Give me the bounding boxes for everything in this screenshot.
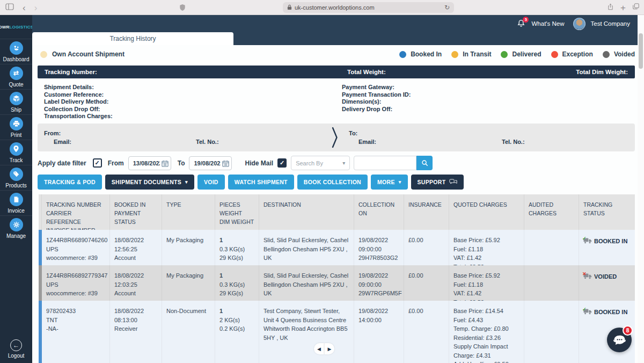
forward-button[interactable]: ›	[34, 3, 38, 12]
truck-x-icon: ✕	[583, 273, 592, 282]
app-header: 5 What's New Test Company	[32, 15, 644, 32]
sidebar-item-invoice[interactable]: Invoice	[0, 190, 32, 215]
search-input[interactable]	[354, 156, 416, 170]
summary-total-weight: Total Weight:	[347, 69, 386, 75]
apply-date-filter-checkbox[interactable]: ✓	[93, 158, 102, 168]
hide-mail-checkbox[interactable]: ✓	[277, 158, 287, 168]
search-button[interactable]	[416, 156, 433, 170]
scrollbar-thumb[interactable]	[639, 33, 643, 69]
status-legend: Booked In In Transit Delivered Exception…	[399, 50, 635, 58]
chat-notification-badge: 8	[623, 325, 633, 336]
sidebar-item-manage[interactable]: Manage	[0, 215, 32, 241]
to-email-label: Email:	[358, 139, 376, 145]
own-account-dot	[40, 51, 47, 58]
table-header-row: TRACKING NUMBERCARRIERREFERENCEINVOICE N…	[39, 194, 635, 230]
more-button[interactable]: MORE▾	[371, 175, 408, 190]
tracking-status: VOIDED	[594, 272, 617, 281]
sidebar-item-print[interactable]: Print	[0, 114, 32, 140]
hide-mail-label: Hide Mail	[245, 159, 273, 167]
action-buttons: TRACKING & POD SHIPMENT DOCUMENTS▾ VOID …	[38, 175, 464, 190]
privacy-shield-icon[interactable]	[179, 4, 186, 13]
watch-shipment-button[interactable]: WATCH SHIPMENT	[228, 175, 294, 190]
lock-icon	[287, 3, 292, 12]
chat-widget-button[interactable]: 8	[607, 328, 632, 352]
shipment-summary-bar: Tracking Number: Total Weight: Total Dim…	[38, 66, 635, 78]
to-tel-label: Tel. No.:	[502, 139, 525, 145]
label-payment-gateway: Payment Gateway:	[342, 84, 411, 91]
shipments-table: TRACKING NUMBERCARRIERREFERENCEINVOICE N…	[39, 194, 635, 363]
legend-row: Own Account Shipment Booked In In Transi…	[32, 48, 644, 60]
main-content: Own Account Shipment Booked In In Transi…	[32, 45, 644, 363]
search-by-placeholder: Search By	[296, 160, 323, 166]
back-button[interactable]: ‹	[23, 3, 26, 12]
browser-toolbar: ‹ › uk-customer.worldoptions.com ↻ +	[0, 0, 644, 15]
truck-check-icon: ✓	[583, 237, 592, 246]
sidebar-item-products[interactable]: Products	[0, 165, 32, 190]
share-icon[interactable]	[607, 3, 614, 13]
address-bar[interactable]: uk-customer.worldoptions.com ↻	[283, 2, 454, 13]
calendar-icon[interactable]	[222, 159, 229, 169]
tag-icon	[10, 168, 23, 181]
label-customer-reference: Customer Reference:	[44, 91, 113, 99]
prev-page-button[interactable]: ◀	[314, 343, 324, 354]
reload-icon[interactable]: ↻	[444, 4, 450, 11]
account-name[interactable]: Test Company	[590, 20, 630, 27]
legend-dot-voided	[603, 51, 610, 58]
label-transportation-charges: Transportation Charges:	[44, 113, 113, 120]
avatar[interactable]	[573, 18, 586, 30]
package-icon	[10, 92, 23, 105]
support-button[interactable]: SUPPORT	[411, 175, 464, 190]
own-account-label: Own Account Shipment	[52, 50, 125, 58]
table-row[interactable]: 1Z44R8R66890746260UPSwoocommerce: #39 18…	[39, 230, 635, 265]
new-tab-icon[interactable]: +	[620, 3, 626, 12]
chevron-down-icon: ▾	[399, 179, 401, 185]
from-label: From:	[44, 130, 61, 136]
legend-dot-exception	[551, 51, 558, 58]
tab-tracking-history[interactable]: Tracking History	[32, 32, 233, 45]
filter-bar: Apply date filter ✓ From To Hide Mail ✓ …	[38, 155, 639, 171]
label-label-delivery-method: Label Delivery Method:	[44, 98, 113, 106]
col-header-booked-in: BOOKED INPAYMENTSTATUS	[110, 194, 162, 230]
table-pager: ◀ ▶	[314, 343, 334, 354]
sidebar-toggle-icon[interactable]	[5, 3, 14, 12]
from-email-label: Email:	[54, 139, 71, 145]
table-row[interactable]: 1Z44R8R66892779347UPSwoocommerce: #39 18…	[39, 265, 635, 301]
next-page-button[interactable]: ▶	[324, 343, 334, 354]
sidebar-item-label: Ship	[11, 107, 21, 113]
sidebar-item-ship[interactable]: Ship	[0, 89, 32, 114]
col-header-collection-on: COLLECTION ON	[354, 194, 404, 230]
label-payment-transaction-id: Payment Transaction ID:	[342, 91, 411, 99]
sidebar-item-label: Print	[11, 132, 22, 138]
sidebar-item-label: Invoice	[8, 208, 25, 214]
search-by-select[interactable]: Search By ▾	[291, 156, 350, 170]
whats-new-link[interactable]: What's New	[531, 20, 564, 27]
document-icon	[10, 193, 23, 206]
tab-overview-icon[interactable]	[632, 3, 640, 12]
apply-date-filter-label: Apply date filter	[38, 159, 86, 167]
sidebar-item-quote[interactable]: ⇄ Quote	[0, 64, 32, 89]
sidebar-item-track[interactable]: Track	[0, 140, 32, 165]
void-button[interactable]: VOID	[197, 175, 225, 190]
logout-icon: ←	[10, 339, 22, 351]
from-to-panel: From: Email: Tel. No.: To: Email: Tel. N…	[38, 124, 635, 151]
from-tel-label: Tel. No.:	[196, 139, 219, 145]
chevron-down-icon: ▾	[342, 160, 345, 166]
sidebar-item-dashboard[interactable]: Dashboard	[0, 39, 32, 64]
page-scrollbar	[638, 15, 644, 363]
sidebar-item-label: Products	[5, 183, 26, 188]
to-label: To:	[349, 130, 357, 136]
notifications-button[interactable]: 5	[517, 19, 526, 28]
tracking-pod-button[interactable]: TRACKING & POD	[38, 175, 102, 190]
tracking-status: BOOKED IN	[594, 308, 627, 317]
label-dimensions: Dimension(s):	[342, 98, 411, 106]
book-collection-button[interactable]: BOOK COLLECTION	[297, 175, 368, 190]
location-pin-icon	[10, 142, 23, 156]
table-row[interactable]: 978202433TNT-NA- 18/08/202208:13:00Recei…	[39, 301, 635, 363]
gear-icon	[10, 218, 23, 231]
sidebar-item-logout[interactable]: ← Logout	[0, 339, 32, 359]
app-logo: DWRLOGISTICS	[0, 15, 32, 39]
shipment-documents-button[interactable]: SHIPMENT DOCUMENTS▾	[105, 175, 194, 190]
calendar-icon[interactable]	[162, 159, 169, 169]
summary-total-dim-weight: Total Dim Weight:	[576, 69, 628, 75]
from-date-label: From	[108, 159, 124, 167]
